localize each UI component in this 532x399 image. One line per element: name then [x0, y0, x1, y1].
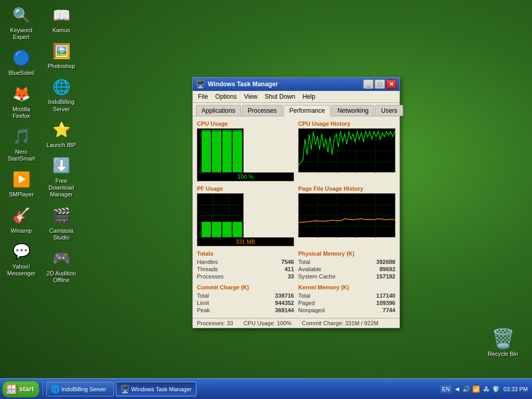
keyword-expert-icon: 🔍	[11, 5, 32, 25]
desktop-icon-keyword-expert[interactable]: 🔍 Keyword Expert	[3, 3, 40, 43]
firefox-label: Mozilla Firefox	[5, 106, 38, 119]
kernel-nonpaged-label: Nonpaged	[298, 307, 325, 313]
start-button[interactable]: 🪟 start	[2, 381, 39, 397]
desktop-icon-smplayer[interactable]: ▶️ SMPlayer	[3, 167, 40, 200]
desktop-icon-winamp[interactable]: 🎸 Winamp	[3, 203, 40, 236]
desktop-icon-bluesoleil[interactable]: 🔵 BlueSoleil	[3, 45, 40, 78]
commit-peak-row: Peak 369144	[197, 307, 294, 314]
task-manager-taskbar-label: Windows Task Manager	[131, 386, 192, 392]
svg-rect-28	[233, 222, 242, 237]
menu-help[interactable]: Help	[299, 92, 318, 101]
phys-available-value: 89692	[379, 266, 395, 272]
windows-logo-icon: 🪟	[6, 383, 17, 395]
kamus-label: Kamus	[52, 27, 70, 34]
physical-memory-panel: Physical Memory (K) Total 392688 Availab…	[298, 250, 395, 280]
svg-rect-11	[222, 130, 232, 131]
tab-processes[interactable]: Processes	[242, 105, 283, 116]
pf-history-panel: Page File Usage History	[298, 185, 395, 246]
indobilling-label: IndoBilling Server	[45, 99, 78, 112]
desktop-icon-camtasia[interactable]: 🎬 Camtasia Studio	[43, 203, 80, 243]
commit-total-value: 339716	[275, 292, 294, 299]
nero-icon: 🎵	[11, 126, 32, 147]
desktop-icon-col-1: 🔍 Keyword Expert 🔵 BlueSoleil 🦊 Mozilla …	[3, 3, 40, 286]
recycle-bin-icon: 🗑️	[493, 328, 513, 349]
perf-charts-grid: CPU Usage	[197, 121, 395, 246]
2d-audition-label: 2D Audition Offline	[45, 270, 78, 284]
pf-history-label: Page File Usage History	[298, 185, 395, 192]
menu-shutdown[interactable]: Shut Down	[262, 92, 299, 101]
minimize-button[interactable]: _	[363, 79, 374, 89]
start-label: start	[19, 385, 34, 393]
processes-label: Processes	[197, 273, 223, 280]
phys-total-row: Total 392688	[298, 258, 395, 265]
pf-usage-label: PF Usage	[197, 185, 294, 192]
commit-limit-value: 944352	[275, 300, 294, 306]
totals-processes-row: Processes 33	[197, 273, 294, 280]
commit-total-row: Total 339716	[197, 292, 294, 299]
svg-rect-9	[202, 130, 211, 131]
tab-networking[interactable]: Networking	[331, 105, 374, 116]
desktop-icon-yahoo[interactable]: 💬 Yahoo! Messenger	[3, 239, 40, 279]
cpu-history-label: CPU Usage History	[298, 121, 395, 127]
camtasia-label: Camtasia Studio	[45, 228, 78, 241]
threads-value: 411	[285, 266, 294, 272]
desktop-icon-mozilla-firefox[interactable]: 🦊 Mozilla Firefox	[3, 82, 40, 122]
maximize-button[interactable]: □	[375, 79, 385, 89]
free-download-label: Free Download Manager	[45, 178, 78, 198]
close-button[interactable]: ✕	[386, 79, 396, 89]
window-titlebar[interactable]: 🖥️ Windows Task Manager _ □ ✕	[193, 77, 400, 91]
menu-file[interactable]: File	[195, 92, 211, 101]
taskbar-task-manager[interactable]: 🖥️ Windows Task Manager	[116, 382, 196, 396]
window-title-icon: 🖥️	[196, 80, 205, 88]
kernel-total-label: Total	[298, 292, 310, 299]
tab-performance[interactable]: Performance	[284, 105, 331, 116]
firefox-icon: 🦊	[11, 84, 32, 104]
taskbar-separator	[43, 382, 43, 396]
kernel-nonpaged-row: Nonpaged 7744	[298, 307, 395, 314]
kernel-paged-label: Paged	[298, 300, 315, 306]
phys-available-row: Available 89692	[298, 265, 395, 273]
tab-applications[interactable]: Applications	[196, 105, 241, 116]
tray-arrow-icon: ◀	[455, 386, 459, 392]
cpu-usage-value: 100 %	[197, 172, 294, 181]
taskbar-indobilling[interactable]: 🌐 IndoBilling Server	[46, 382, 114, 396]
tray-volume-icon[interactable]: 📶	[472, 385, 481, 393]
cpu-history-svg	[299, 129, 395, 173]
pf-usage-chart	[197, 193, 244, 237]
winamp-label: Winamp	[11, 228, 32, 234]
svg-rect-7	[222, 130, 232, 172]
desktop-icon-kamus[interactable]: 📖 Kamus	[43, 3, 80, 36]
tray-connection-icon[interactable]: 🖧	[482, 385, 490, 393]
tray-shield-icon[interactable]: 🛡️	[492, 385, 500, 393]
svg-rect-25	[202, 222, 211, 237]
svg-rect-5	[202, 130, 211, 172]
photoshop-label: Photoshop	[48, 63, 75, 70]
menu-view[interactable]: View	[241, 92, 261, 101]
desktop-icon-indobilling[interactable]: 🌐 IndoBilling Server	[43, 74, 80, 114]
tab-users[interactable]: Users	[375, 105, 403, 116]
desktop-icon-nero[interactable]: 🎵 Nero StartSmart	[3, 124, 40, 164]
2d-audition-icon: 🎮	[51, 248, 72, 269]
totals-title: Totals	[197, 250, 294, 257]
svg-rect-26	[212, 222, 221, 237]
recycle-bin[interactable]: 🗑️ Recycle Bin	[484, 328, 522, 357]
cpu-usage-panel: CPU Usage	[197, 121, 294, 181]
language-indicator: EN	[440, 385, 452, 393]
tray-network-icon[interactable]: 🔊	[462, 385, 471, 393]
yahoo-icon: 💬	[11, 241, 32, 262]
tray-icons: 🔊 📶 🖧 🛡️	[462, 385, 500, 393]
photoshop-icon: 🖼️	[51, 41, 72, 61]
desktop-icon-2d-audition[interactable]: 🎮 2D Audition Offline	[43, 246, 80, 286]
physical-memory-title: Physical Memory (K)	[298, 250, 395, 257]
desktop-icon-free-download[interactable]: ⬇️ Free Download Manager	[43, 153, 80, 201]
threads-label: Threads	[197, 266, 218, 272]
pf-usage-panel: PF Usage	[197, 185, 294, 246]
desktop-icon-photoshop[interactable]: 🖼️ Photoshop	[43, 38, 80, 72]
smplayer-label: SMPlayer	[9, 191, 34, 198]
pf-bar-svg	[197, 194, 244, 237]
menu-options[interactable]: Options	[212, 92, 240, 101]
cpu-usage-label: CPU Usage	[197, 121, 294, 127]
svg-rect-10	[212, 130, 221, 131]
pf-history-chart	[298, 193, 395, 237]
desktop-icon-launch-ibp[interactable]: ⭐ Launch IBP	[43, 117, 80, 151]
